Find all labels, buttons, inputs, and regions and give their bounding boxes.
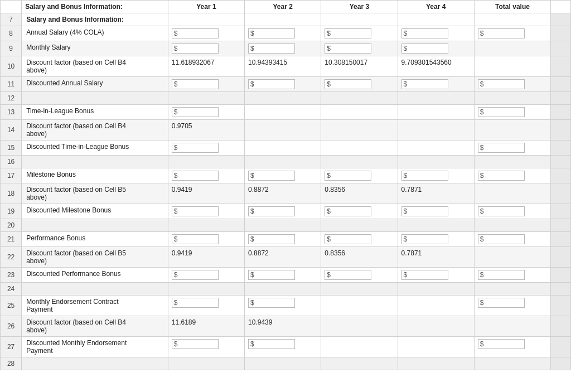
cell-year1[interactable]: $ [168,26,244,41]
dollar-input[interactable]: $ [325,171,371,181]
dollar-input[interactable]: $ [478,298,525,308]
cell-year4[interactable]: $ [398,232,474,247]
dollar-input[interactable]: $ [172,143,219,153]
cell-year1[interactable]: $ [168,296,244,316]
dollar-sign: $ [174,299,178,307]
cell-year2[interactable]: $ [245,77,321,92]
cell-year2[interactable]: $ [245,26,321,41]
cell-year1[interactable]: $ [168,232,244,247]
cell-year3[interactable]: $ [321,168,398,183]
dollar-input[interactable]: $ [478,28,525,38]
dollar-input[interactable]: $ [248,298,295,308]
dollar-input[interactable]: $ [478,79,525,89]
dollar-input[interactable]: $ [401,28,448,38]
dollar-input[interactable]: $ [325,79,371,89]
dollar-input[interactable]: $ [172,339,219,349]
cell-year3[interactable]: $ [321,232,398,247]
table-row: 18Discount factor (based on Cell B5above… [1,183,571,204]
dollar-input[interactable]: $ [248,206,295,216]
row-label: Monthly Salary [22,41,168,56]
cell-total[interactable]: $ [474,337,550,357]
cell-year1[interactable]: $ [168,141,244,156]
cell-year1[interactable]: $ [168,168,244,183]
cell-year3[interactable]: $ [321,204,398,219]
dollar-input[interactable]: $ [478,143,525,153]
cell-total[interactable]: $ [474,296,550,316]
dollar-input[interactable]: $ [478,107,525,117]
dollar-input[interactable]: $ [478,171,525,181]
cell-total[interactable]: $ [474,77,550,92]
dollar-input[interactable]: $ [401,79,448,89]
cell-year1[interactable]: $ [168,268,244,283]
cell-year2[interactable]: $ [245,268,321,283]
cell-year2[interactable]: $ [245,232,321,247]
dollar-input[interactable]: $ [478,270,525,280]
cell-year1[interactable]: $ [168,337,244,357]
cell-year4 [398,156,474,168]
dollar-input[interactable]: $ [248,234,295,244]
dollar-input[interactable]: $ [172,107,219,117]
dollar-input[interactable]: $ [401,43,448,54]
dollar-input[interactable]: $ [325,270,371,280]
dollar-input[interactable]: $ [248,171,295,181]
cell-year3 [321,92,398,105]
cell-year4[interactable]: $ [398,77,474,92]
dollar-input[interactable]: $ [248,270,295,280]
dollar-input[interactable]: $ [248,28,295,38]
cell-year1[interactable]: $ [168,77,244,92]
cell-total[interactable]: $ [474,232,550,247]
cell-total[interactable]: $ [474,105,550,120]
dollar-input[interactable]: $ [325,234,371,244]
cell-year3 [321,219,398,232]
row-number: 21 [1,232,22,247]
dollar-input[interactable]: $ [248,79,295,89]
cell-year2[interactable]: $ [245,296,321,316]
dollar-input[interactable]: $ [478,206,525,216]
dollar-input[interactable]: $ [401,234,448,244]
cell-year2[interactable]: $ [245,204,321,219]
cell-year4[interactable]: $ [398,268,474,283]
dollar-input[interactable]: $ [401,206,448,216]
cell-year2[interactable]: $ [245,337,321,357]
cell-year3[interactable]: $ [321,268,398,283]
cell-total[interactable]: $ [474,26,550,41]
cell-year4[interactable]: $ [398,26,474,41]
cell-total[interactable]: $ [474,141,550,156]
dollar-input[interactable]: $ [172,171,219,181]
dollar-input[interactable]: $ [172,43,219,54]
cell-year4[interactable]: $ [398,41,474,56]
dollar-input[interactable]: $ [325,206,371,216]
cell-year2 [245,141,321,156]
cell-year2[interactable]: $ [245,41,321,56]
dollar-input[interactable]: $ [478,339,525,349]
cell-year3[interactable]: $ [321,77,398,92]
dollar-input[interactable]: $ [325,28,371,38]
cell-year3[interactable]: $ [321,26,398,41]
dollar-input[interactable]: $ [248,339,295,349]
cell-extra [551,141,571,156]
dollar-input[interactable]: $ [172,79,219,89]
dollar-input[interactable]: $ [401,171,448,181]
table-row: 23Discounted Performance Bonus$$$$$ [1,268,571,283]
table-row: 10Discount factor (based on Cell B4above… [1,56,571,77]
dollar-input[interactable]: $ [478,234,525,244]
cell-year1[interactable]: $ [168,41,244,56]
cell-year1[interactable]: $ [168,204,244,219]
cell-year2[interactable]: $ [245,168,321,183]
cell-year4[interactable]: $ [398,168,474,183]
dollar-input[interactable]: $ [325,43,371,54]
dollar-input[interactable]: $ [172,270,219,280]
dollar-input[interactable]: $ [248,43,295,54]
dollar-input[interactable]: $ [172,234,219,244]
cell-year3[interactable]: $ [321,41,398,56]
cell-total[interactable]: $ [474,268,550,283]
dollar-input[interactable]: $ [401,270,448,280]
dollar-input[interactable]: $ [172,206,219,216]
cell-total[interactable]: $ [474,204,550,219]
dollar-input[interactable]: $ [172,298,219,308]
cell-year1[interactable]: $ [168,105,244,120]
cell-year4[interactable]: $ [398,204,474,219]
row-number: 23 [1,268,22,283]
cell-total[interactable]: $ [474,168,550,183]
dollar-input[interactable]: $ [172,28,219,38]
